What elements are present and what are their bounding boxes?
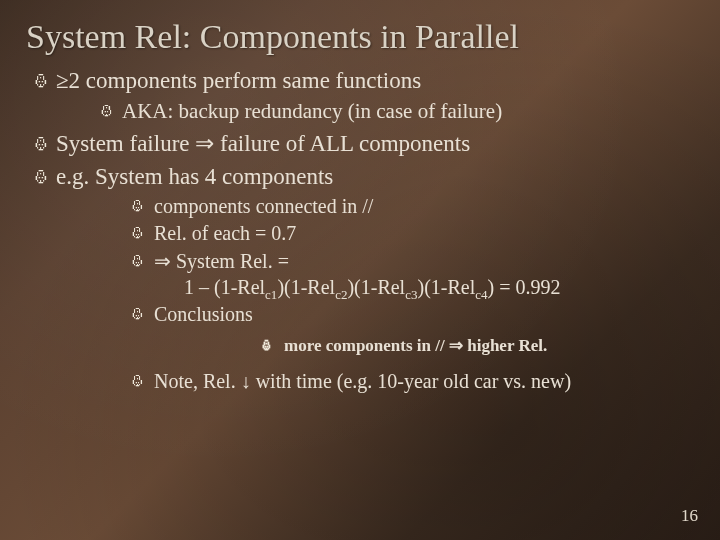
- subscript: c2: [335, 287, 347, 302]
- list-item-text: ≥2 components perform same functions: [56, 68, 421, 93]
- list-item: ߷⇒ System Rel. = 1 – (1-Relc1)(1-Relc2)(…: [130, 248, 694, 301]
- list-item: ߷Conclusions ߷more components in // ⇒ hi…: [130, 301, 694, 358]
- bullet-list-level-2: ߷AKA: backup redundancy (in case of fail…: [98, 97, 694, 125]
- formula-part: )(1-Rel: [417, 276, 475, 298]
- list-item-text: more components in // ⇒ higher Rel.: [284, 336, 547, 355]
- bullet-icon: ߷: [34, 128, 56, 159]
- bullet-icon: ߷: [34, 65, 56, 96]
- bullet-icon: ߷: [132, 301, 154, 327]
- bullet-icon: ߷: [262, 334, 284, 359]
- formula-part: )(1-Rel: [277, 276, 335, 298]
- list-item-text: ⇒ System Rel. =: [154, 250, 289, 272]
- list-item: ߷System failure ⇒ failure of ALL compone…: [32, 128, 694, 159]
- slide-title: System Rel: Components in Parallel: [26, 18, 694, 55]
- formula-part: )(1-Rel: [347, 276, 405, 298]
- list-item: ߷more components in // ⇒ higher Rel.: [260, 334, 694, 359]
- bullet-list-level-4: ߷more components in // ⇒ higher Rel.: [260, 334, 694, 359]
- formula-part: 1 – (1-Rel: [184, 276, 265, 298]
- bullet-icon: ߷: [132, 220, 154, 246]
- bullet-icon: ߷: [34, 161, 56, 192]
- bullet-list-level-3: ߷components connected in // ߷Rel. of eac…: [130, 193, 694, 395]
- list-item-text: e.g. System has 4 components: [56, 164, 333, 189]
- list-item-text: System failure ⇒ failure of ALL componen…: [56, 131, 470, 156]
- slide: System Rel: Components in Parallel ߷≥2 c…: [0, 0, 720, 540]
- bullet-icon: ߷: [132, 193, 154, 219]
- list-item-text: Conclusions: [154, 303, 253, 325]
- list-item-text: Note, Rel. ↓ with time (e.g. 10-year old…: [154, 370, 571, 392]
- subscript: c3: [405, 287, 417, 302]
- subscript: c1: [265, 287, 277, 302]
- bullet-list-level-1: ߷≥2 components perform same functions ߷A…: [32, 65, 694, 394]
- subscript: c4: [475, 287, 487, 302]
- list-item: ߷components connected in //: [130, 193, 694, 219]
- formula-part: ) = 0.992: [488, 276, 561, 298]
- list-item: ߷e.g. System has 4 components ߷component…: [32, 161, 694, 395]
- bullet-icon: ߷: [132, 248, 154, 274]
- list-item-text: components connected in //: [154, 195, 373, 217]
- list-item-text: Rel. of each = 0.7: [154, 222, 296, 244]
- list-item-text: AKA: backup redundancy (in case of failu…: [122, 99, 502, 123]
- page-number: 16: [681, 506, 698, 526]
- bullet-icon: ߷: [100, 97, 122, 125]
- formula-line: 1 – (1-Relc1)(1-Relc2)(1-Relc3)(1-Relc4)…: [158, 274, 694, 300]
- list-item: ߷≥2 components perform same functions ߷A…: [32, 65, 694, 125]
- list-item: ߷Rel. of each = 0.7: [130, 220, 694, 246]
- list-item: ߷Note, Rel. ↓ with time (e.g. 10-year ol…: [130, 368, 694, 394]
- list-item: ߷AKA: backup redundancy (in case of fail…: [98, 97, 694, 125]
- bullet-icon: ߷: [132, 368, 154, 394]
